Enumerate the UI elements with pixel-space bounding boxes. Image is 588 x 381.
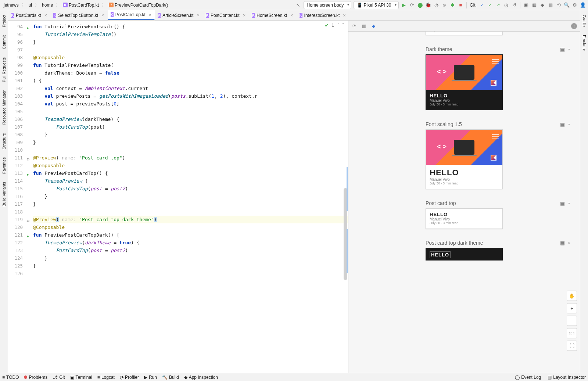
sync-icon[interactable]: ⟲ [556, 2, 562, 8]
close-icon[interactable]: × [149, 12, 152, 18]
editor-tab[interactable]: KHomeScreen.kt× [249, 10, 296, 20]
git-update-icon[interactable]: ✓ [479, 2, 485, 8]
layout-inspector-tab[interactable]: ▥ Layout Inspector [548, 375, 586, 380]
problems-tab[interactable]: Problems [24, 375, 47, 380]
animate-icon[interactable]: ▫ [568, 46, 570, 52]
run-tab[interactable]: ▶ Run [144, 375, 157, 380]
preview-canvas[interactable]: Manuel VivoJuly 30 · 3 min readDark them… [348, 32, 580, 373]
left-tool-tab[interactable]: Project [1, 12, 7, 29]
logcat-tab[interactable]: ≡ Logcat [97, 375, 115, 380]
git-commit-icon[interactable]: ✓ [487, 2, 493, 8]
run-gutter-icon[interactable]: ▸ [24, 170, 29, 176]
animate-icon[interactable]: ▫ [568, 200, 570, 206]
search-icon[interactable]: 🔍 [564, 2, 570, 8]
left-tool-tab[interactable]: Pull Requests [1, 55, 7, 85]
close-icon[interactable]: × [44, 12, 47, 18]
user-icon[interactable]: 👤 [580, 2, 586, 8]
refresh-icon[interactable]: ⟳ [351, 23, 357, 29]
close-icon[interactable]: × [290, 12, 293, 18]
breadcrumb-folder[interactable]: home [40, 2, 54, 8]
close-icon[interactable]: × [101, 12, 104, 18]
breadcrumb-project[interactable]: jetnews [2, 2, 20, 8]
todo-tab[interactable]: ≡ TODO [2, 375, 19, 380]
left-tool-tab[interactable]: Structure [1, 131, 7, 152]
app-inspection-tab[interactable]: ◆ App Inspection [184, 375, 218, 380]
pan-button[interactable]: ✋ [567, 291, 577, 301]
up-icon[interactable]: ˄ [337, 23, 339, 28]
interactive-icon[interactable]: ▥ [361, 23, 367, 29]
code-editor[interactable]: 94▸9596979899100101102103104105106107108… [8, 21, 348, 373]
animate-icon[interactable]: ▫ [568, 240, 570, 246]
event-log-tab[interactable]: ◯ Event Log [515, 375, 541, 380]
apply-changes-icon[interactable]: ⟳ [409, 2, 415, 8]
preview-card[interactable]: < >HELLOManuel VivoJuly 30 · 3 min read [426, 54, 503, 110]
warning-icon[interactable]: ! [571, 23, 577, 29]
breadcrumb-function[interactable]: fPreviewPostCardTopDark() [107, 2, 169, 8]
settings-icon[interactable]: ⚙ [572, 2, 578, 8]
terminal-tab[interactable]: ▣ Terminal [70, 375, 92, 380]
right-tool-strip: GradleEmulator [580, 10, 588, 373]
right-tool-tab[interactable]: Emulator [581, 33, 587, 53]
left-tool-tab[interactable]: Build Variants [1, 180, 7, 209]
debug-icon[interactable]: ⬤ [417, 2, 423, 8]
preview-card[interactable]: HELLO [426, 248, 503, 260]
sdk-icon[interactable]: ▦ [531, 2, 537, 8]
avd-icon[interactable]: ▣ [523, 2, 529, 8]
editor-tab[interactable]: KInterestsScreen.kt× [297, 10, 349, 20]
zoom-reset-button[interactable]: ⛶ [567, 341, 577, 351]
close-icon[interactable]: × [197, 12, 200, 18]
tab-label: PostCards.kt [16, 13, 41, 18]
profile-icon[interactable]: ◔ [433, 2, 439, 8]
left-tool-tab[interactable]: Resource Manager [1, 88, 7, 127]
preview-card[interactable]: Manuel VivoJuly 30 · 3 min read [426, 32, 503, 35]
profiler-tab[interactable]: ◔ Profiler [120, 375, 139, 380]
more-icon[interactable]: ✱ [449, 2, 455, 8]
attach-icon[interactable]: ⎋ [441, 2, 447, 8]
resource-icon[interactable]: ◆ [539, 2, 545, 8]
run-gutter-icon[interactable]: ▸ [24, 232, 29, 237]
history-icon[interactable]: ◷ [503, 2, 509, 8]
run-gutter-icon[interactable]: ▸ [24, 24, 29, 29]
layout-icon[interactable]: ▥ [548, 2, 553, 8]
right-tool-tab[interactable]: Gradle [581, 12, 587, 29]
zoom-fit-button[interactable]: 1:1 [567, 328, 577, 338]
editor-tab[interactable]: KPostCardTop.kt× [108, 10, 155, 20]
close-icon[interactable]: × [343, 12, 346, 18]
card-meta: July 30 · 3 min read [430, 103, 499, 106]
deploy-icon[interactable]: ▣ [560, 46, 565, 52]
editor-tab[interactable]: KPostContent.kt× [203, 10, 249, 20]
code-area[interactable]: fun TutorialPreviewFontscale() { Tutoria… [31, 21, 348, 373]
build-tab[interactable]: 🔨 Build [162, 375, 179, 380]
settings-gutter-icon[interactable]: ⚙ [24, 217, 29, 222]
animate-icon[interactable]: ▫ [568, 121, 570, 127]
inspection-widget[interactable]: ✔ 1 ˄ ˅ [325, 23, 344, 28]
down-icon[interactable]: ˅ [342, 23, 344, 28]
breadcrumb-file[interactable]: KPostCardTop.kt [61, 2, 100, 8]
device-dropdown[interactable]: 📱 Pixel 5 API 30 [354, 1, 399, 9]
deploy-icon[interactable]: ▣ [560, 200, 565, 206]
close-icon[interactable]: × [243, 12, 246, 18]
run-icon[interactable]: ▶ [401, 2, 407, 8]
rollback-icon[interactable]: ↺ [511, 2, 517, 8]
preview-card[interactable]: HELLOManuel VivoJuly 30 · 3 min read [426, 208, 503, 229]
git-push-icon[interactable]: ↗ [495, 2, 501, 8]
left-tool-tab[interactable]: Favorites [1, 155, 7, 176]
back-icon[interactable]: ↖ [295, 2, 301, 8]
coverage-icon[interactable]: 🐞 [425, 2, 431, 8]
zoom-in-button[interactable]: + [567, 303, 577, 313]
left-tool-tab[interactable]: Commit [1, 33, 7, 51]
run-config-dropdown[interactable]: Home screen body [304, 1, 352, 9]
editor-tab[interactable]: KPostCards.kt× [8, 10, 50, 20]
card-meta: July 30 · 3 min read [430, 181, 499, 185]
deploy-icon[interactable]: ▣ [560, 240, 565, 246]
zoom-out-button[interactable]: − [567, 316, 577, 326]
settings-gutter-icon[interactable]: ⚙ [24, 155, 29, 160]
stop-icon[interactable]: ■ [458, 2, 463, 8]
git-tab[interactable]: ⎇ Git [53, 375, 65, 380]
deploy-icon[interactable]: ▣ [560, 121, 565, 127]
preview-card[interactable]: < >HELLOManuel VivoJuly 30 · 3 min read [426, 129, 503, 189]
breadcrumb-folder[interactable]: ui [27, 2, 33, 8]
editor-tab[interactable]: KArticleScreen.kt× [155, 10, 203, 20]
editor-tab[interactable]: KSelectTopicButton.kt× [50, 10, 107, 20]
layers-icon[interactable]: ◆ [370, 23, 376, 29]
